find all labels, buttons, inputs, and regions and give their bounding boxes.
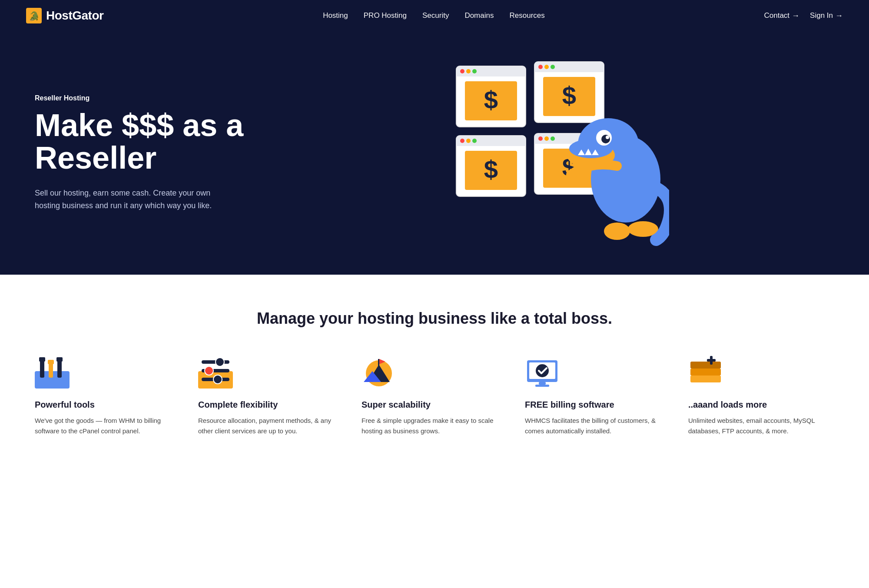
signin-arrow-icon: → [835,11,843,20]
hero-section: Reseller Hosting Make $$$ as a Reseller … [0,31,869,275]
svg-rect-49 [39,357,45,362]
feature-billing-title: FREE billing software [525,399,671,410]
feature-tools-title: Powerful tools [35,399,181,410]
feature-tools-desc: We've got the goods — from WHM to billin… [35,415,181,436]
logo-icon: 🐊 [26,8,42,23]
svg-rect-75 [707,359,716,362]
feature-more: ..aaand loads more Unlimited websites, e… [688,354,834,436]
svg-rect-53 [56,357,63,362]
logo-link[interactable]: 🐊 HostGator [26,8,103,23]
hero-subtitle: Sell our hosting, earn some cash. Create… [35,187,226,212]
svg-text:$: $ [484,86,498,114]
features-title: Manage your hosting business like a tota… [35,309,834,328]
hero-svg: $ $ $ [443,57,669,249]
feature-flexibility: Complete flexibility Resource allocation… [198,354,344,436]
more-icon [688,354,723,389]
svg-rect-20 [456,143,526,146]
svg-rect-70 [535,385,549,387]
svg-point-30 [544,136,549,141]
feature-tools: Powerful tools We've got the goods — fro… [35,354,181,436]
hero-title: Make $$$ as a Reseller [35,109,278,175]
nav-links: Hosting PRO Hosting Security Domains Res… [323,11,545,20]
nav-pro-hosting[interactable]: PRO Hosting [364,11,407,20]
contact-arrow-icon: → [792,11,799,20]
nav-actions: Contact → Sign In → [764,11,843,20]
feature-scalability-title: Super scalability [362,399,507,410]
nav-domains[interactable]: Domains [464,11,494,20]
billing-icon [525,354,560,389]
scalability-icon [362,354,396,389]
svg-point-40 [606,136,609,139]
hero-eyebrow: Reseller Hosting [35,94,278,102]
nav-resources[interactable]: Resources [509,11,544,20]
svg-rect-73 [690,362,721,369]
svg-point-44 [566,169,577,180]
main-nav: 🐊 HostGator Hosting PRO Hosting Security… [0,0,869,31]
svg-rect-64 [378,359,379,367]
tools-icon [35,354,70,389]
svg-point-22 [466,139,471,143]
svg-point-7 [472,69,477,73]
svg-point-31 [551,136,555,141]
svg-point-56 [216,358,224,366]
features-grid: Powerful tools We've got the goods — fro… [35,354,834,436]
contact-link[interactable]: Contact → [764,11,799,20]
feature-billing: FREE billing software WHMCS facilitates … [525,354,671,436]
svg-rect-69 [539,382,546,385]
svg-rect-51 [48,360,54,364]
svg-point-21 [460,139,464,143]
svg-text:$: $ [562,81,576,110]
feature-scalability-desc: Free & simple upgrades make it easy to s… [362,415,507,436]
features-section: Manage your hosting business like a tota… [0,275,869,471]
feature-more-title: ..aaand loads more [688,399,834,410]
svg-point-68 [536,364,549,377]
feature-flexibility-title: Complete flexibility [198,399,344,410]
svg-point-58 [205,366,213,375]
svg-rect-4 [456,73,526,76]
svg-point-23 [472,139,477,143]
svg-point-6 [466,69,471,73]
svg-point-29 [538,136,543,141]
svg-rect-72 [690,369,721,375]
svg-rect-71 [690,375,721,382]
signin-link[interactable]: Sign In → [810,11,843,20]
hero-illustration: $ $ $ [278,57,834,249]
svg-point-60 [213,375,222,384]
svg-point-45 [604,223,630,240]
feature-billing-desc: WHMCS facilitates the billing of custome… [525,415,671,436]
nav-security[interactable]: Security [422,11,449,20]
flexibility-icon [198,354,233,389]
brand-name: HostGator [46,9,103,23]
svg-point-13 [538,65,543,69]
feature-flexibility-desc: Resource allocation, payment methods, & … [198,415,344,436]
svg-text:$: $ [484,155,498,183]
svg-rect-12 [534,69,604,72]
svg-text:🐊: 🐊 [29,11,40,21]
hero-content: Reseller Hosting Make $$$ as a Reseller … [35,94,278,212]
feature-scalability: Super scalability Free & simple upgrades… [362,354,507,436]
svg-point-39 [601,135,610,143]
svg-point-14 [544,65,549,69]
feature-more-desc: Unlimited websites, email accounts, MySQ… [688,415,834,436]
svg-point-15 [551,65,555,69]
svg-point-5 [460,69,464,73]
nav-hosting[interactable]: Hosting [323,11,348,20]
